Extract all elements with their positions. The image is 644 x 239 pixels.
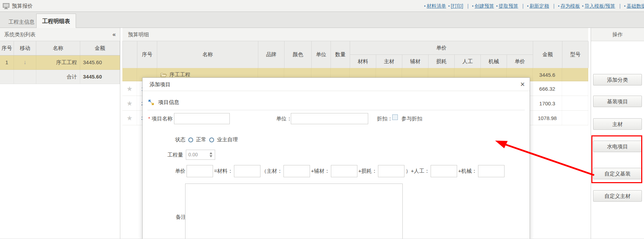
category-panel-title: 系统类别列表 [4,31,36,37]
row-amount: 666.32 [533,81,562,96]
col-labor: 人工 [455,55,481,68]
link-create-budget[interactable]: 创建预算 [475,3,494,9]
folder-name: 序工工程 [169,72,190,78]
link-separator: | [619,3,621,9]
col-move: 移动 [14,41,36,55]
col-unit: 单位 [312,41,331,68]
collapse-panel-icon[interactable]: « [113,28,116,41]
favorite-star-icon[interactable]: ★ [127,85,132,93]
top-toolbar: •材料清单 •[打印] | •创建预算 •提取预算 | •刷新定额 | •存为模… [424,0,644,12]
status-label: 状态 [175,136,185,143]
button-base-project[interactable]: 基装项目 [593,96,642,107]
col-name: 名称 [157,41,258,68]
button-main-material[interactable]: 主材 [593,118,642,130]
category-table-header: 序号 移动 名称 金额 [0,41,120,55]
tab-strip: 工程主信息 工程明细表 [0,12,644,28]
col-quantity: 数量 [331,41,350,68]
main-material-input[interactable] [283,165,310,177]
col-loss: 损耗 [429,55,455,68]
link-refresh-quota[interactable]: 刷新定额 [530,3,549,9]
labor-part-label: ）+人工： [406,168,430,174]
close-icon[interactable]: × [520,80,525,89]
price-total-input[interactable] [187,165,213,177]
tab-project-main-info[interactable]: 工程主信息 [3,16,40,28]
link-separator: | [522,3,524,9]
budget-detail-header: 预算明细 [122,28,588,41]
button-custom-base[interactable]: 自定义基装 [593,168,642,179]
add-item-dialog: 添加项目 × 项目信息 * 项目名称 单位： 折扣： 参与折扣 状态 正常 业主… [142,77,530,239]
button-custom-main-material[interactable]: 自定义主材 [593,190,642,202]
col-amount: 金额 [80,41,120,55]
labor-input[interactable] [431,165,457,177]
aux-material-input[interactable] [331,165,357,177]
col-color: 颜色 [285,41,312,68]
col-name: 名称 [36,41,80,55]
bullet-icon: • [472,4,473,9]
row-amount: 1078.98 [533,111,562,125]
material-input[interactable] [234,165,260,177]
link-extract-budget[interactable]: 提取预算 [499,3,518,9]
row-name: 序工工程 [36,55,80,69]
favorite-star-icon[interactable]: ★ [127,114,132,122]
button-add-category[interactable]: 添加分类 [593,74,642,85]
bullet-icon: • [424,4,425,9]
remark-textarea[interactable] [185,184,403,239]
unit-input[interactable] [291,113,368,124]
stepper-up-icon[interactable] [210,152,212,154]
main-material-part-label: （主材： [262,168,282,174]
status-normal-label: 正常 [196,136,206,143]
link-material-list[interactable]: 材料清单 [427,3,446,9]
move-down-icon[interactable]: ↓ [23,59,26,66]
tab-project-detail-table[interactable]: 工程明细表 [36,14,76,28]
budget-table-header: 序号 名称 品牌 颜色 单位 数量 单价 金额 型号 材料 主材 辅材 损耗 人… [122,41,588,68]
material-part-label: =材料： [214,168,233,174]
loss-part-label: +损耗： [358,168,377,174]
button-plumbing-project[interactable]: 水电项目 [593,141,642,152]
col-group-unit-price: 单价 [350,41,533,55]
favorite-star-icon[interactable]: ★ [127,99,132,107]
status-normal-radio[interactable] [188,137,193,142]
section-divider [147,110,525,110]
bullet-icon: • [527,4,529,9]
total-label: 合计 [36,70,80,84]
row-seq: 1 [0,55,14,69]
col-favorite [123,41,137,68]
link-base-data[interactable]: 基础数据 [627,3,644,9]
bullet-icon: • [448,4,449,9]
discount-checkbox[interactable] [392,114,398,120]
item-name-input[interactable] [174,113,230,124]
bullet-icon: • [496,4,498,9]
link-print[interactable]: [打印] [451,3,463,9]
page-title: 预算报价 [12,3,33,9]
loss-input[interactable] [378,165,404,177]
link-save-template[interactable]: 存为模板 [560,3,580,9]
link-import-template[interactable]: 导入模板/预算 [584,3,615,9]
open-folder-icon[interactable] [160,72,167,77]
folder-amount: 3445.6 [533,68,562,81]
status-owner-label: 业主自理 [217,136,238,143]
col-model: 型号 [562,41,589,68]
status-owner-radio[interactable] [209,137,214,142]
quantity-stepper[interactable]: 0.00 [186,150,215,160]
category-row-selected[interactable]: 1 ↓ 序工工程 3445.60 [0,55,120,70]
col-machine: 机械 [481,55,507,68]
top-bar: 预算报价 •材料清单 •[打印] | •创建预算 •提取预算 | •刷新定额 |… [0,0,644,12]
row-amount: 3445.60 [80,55,120,69]
remark-label: 备注 [176,214,186,221]
monitor-icon [3,3,9,9]
link-separator: | [467,3,469,9]
app-window: 预算报价 •材料清单 •[打印] | •创建预算 •提取预算 | •刷新定额 |… [0,0,644,239]
budget-detail-title: 预算明细 [128,31,149,37]
discount-label: 折扣： [377,115,393,122]
stepper-down-icon[interactable] [210,155,212,157]
aux-material-part-label: +辅材： [311,168,330,174]
col-unit-price: 单价 [507,55,533,68]
machine-input[interactable] [478,165,505,177]
category-total-row: 合计 3445.60 [0,70,120,84]
machine-part-label: +机械： [458,168,477,174]
col-amount: 金额 [533,41,562,68]
status-field: 状态 正常 业主自理 [175,136,238,143]
dialog-titlebar: 添加项目 × [143,78,530,91]
bullet-icon: • [582,4,583,9]
unit-price-formula: 单价 =材料： （主材： +辅材： +损耗： ）+人工： +机械： [143,164,530,178]
